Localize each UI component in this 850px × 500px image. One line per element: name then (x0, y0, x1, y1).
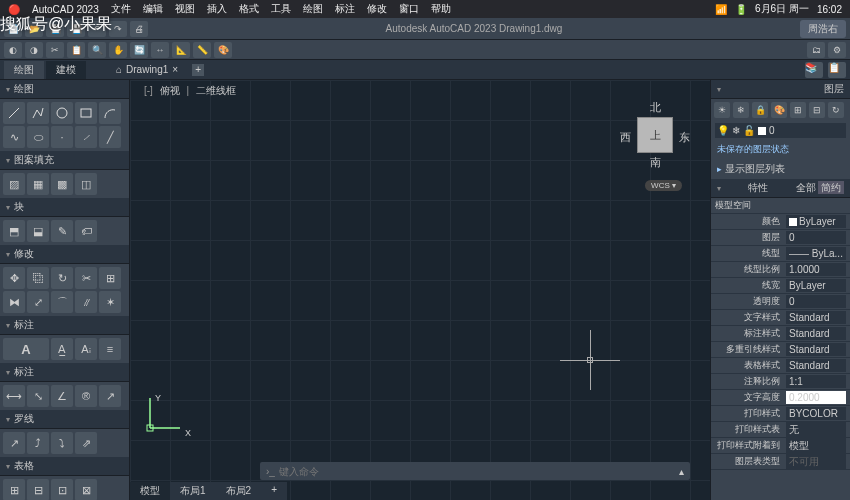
menubar-time[interactable]: 16:02 (817, 4, 842, 15)
table-edit-tool[interactable]: ⊡ (51, 479, 73, 500)
prop-value[interactable]: Standard (786, 311, 846, 324)
layer-panel-icon[interactable]: 📚 (805, 62, 823, 78)
prop-row[interactable]: 颜色ByLayer (711, 214, 850, 230)
circle-tool[interactable] (51, 102, 73, 124)
table-style-tool[interactable]: ⊟ (27, 479, 49, 500)
section-table[interactable]: 表格 (0, 457, 129, 476)
insert-block-tool[interactable]: ⬒ (3, 220, 25, 242)
menu-modify[interactable]: 修改 (367, 2, 387, 16)
dim-radius-tool[interactable]: ® (75, 385, 97, 407)
explode-tool[interactable]: ✶ (99, 291, 121, 313)
props-header[interactable]: 特性 全部 简约 (711, 179, 850, 198)
viewcube-north[interactable]: 北 (650, 100, 661, 115)
menu-view[interactable]: 视图 (175, 2, 195, 16)
prop-value[interactable]: —— ByLa... (786, 247, 846, 260)
menu-help[interactable]: 帮助 (431, 2, 451, 16)
section-hatch[interactable]: 图案填充 (0, 151, 129, 170)
rotate-tool[interactable]: ↻ (51, 267, 73, 289)
viewcube-west[interactable]: 西 (620, 130, 631, 145)
props-panel-icon[interactable]: 📋 (828, 62, 846, 78)
tool-icon[interactable]: ◐ (4, 42, 22, 58)
layout1-tab[interactable]: 布局1 (170, 482, 216, 500)
array-tool[interactable]: ⊞ (99, 267, 121, 289)
prop-value[interactable]: 模型 (786, 438, 846, 454)
layout2-tab[interactable]: 布局2 (216, 482, 262, 500)
battery-icon[interactable]: 🔋 (735, 4, 747, 15)
viewcube-south[interactable]: 南 (650, 155, 661, 170)
layer-selector[interactable]: 💡❄🔓 0 (715, 123, 846, 138)
text-align-tool[interactable]: ≡ (99, 338, 121, 360)
leader-tool3[interactable]: ⇗ (75, 432, 97, 454)
layer-icon[interactable]: ❄ (733, 102, 749, 118)
table-ext-tool[interactable]: ⊠ (75, 479, 97, 500)
tool-icon[interactable]: ✂ (46, 42, 64, 58)
cmd-dropdown-icon[interactable]: ▴ (679, 466, 684, 477)
line-tool[interactable] (3, 102, 25, 124)
prop-value[interactable]: Standard (786, 359, 846, 372)
app-name[interactable]: AutoCAD 2023 (32, 4, 99, 15)
ellipse-tool[interactable]: ⬭ (27, 126, 49, 148)
ucs-icon[interactable]: Y X (150, 428, 190, 470)
boundary-tool[interactable]: ▩ (51, 173, 73, 195)
text-tool[interactable]: A̲ (51, 338, 73, 360)
create-block-tool[interactable]: ⬓ (27, 220, 49, 242)
add-layout-tab[interactable]: + (261, 482, 287, 500)
tool-icon[interactable]: ◑ (25, 42, 43, 58)
apple-icon[interactable]: 🔴 (8, 4, 20, 15)
tool-icon[interactable]: 🔍 (88, 42, 106, 58)
prop-value[interactable]: ByLayer (786, 279, 846, 292)
menubar-date[interactable]: 6月6日 周一 (755, 2, 809, 16)
section-leader[interactable]: 罗线 (0, 410, 129, 429)
wcs-badge[interactable]: WCS ▾ (645, 180, 682, 191)
tab-model[interactable]: 建模 (46, 61, 86, 79)
polyline-tool[interactable] (27, 102, 49, 124)
mirror-tool[interactable]: ⧓ (3, 291, 25, 313)
scale-tool[interactable]: ⤢ (27, 291, 49, 313)
mleader-tool[interactable]: ↗ (3, 432, 25, 454)
section-modify[interactable]: 修改 (0, 245, 129, 264)
fillet-tool[interactable]: ⌒ (51, 291, 73, 313)
menu-file[interactable]: 文件 (111, 2, 131, 16)
region-tool[interactable]: ◫ (75, 173, 97, 195)
panel-toggle-icon[interactable]: 🗂 (807, 42, 825, 58)
prop-value[interactable]: 无 (786, 422, 846, 438)
menu-insert[interactable]: 插入 (207, 2, 227, 16)
layer-icon[interactable]: 🎨 (771, 102, 787, 118)
prop-value[interactable]: Standard (786, 343, 846, 356)
prop-row[interactable]: 打印样式附着到模型 (711, 438, 850, 454)
viewcube-top[interactable]: 上 (637, 117, 673, 153)
prop-row[interactable]: 注释比例1:1 (711, 374, 850, 390)
tool-icon[interactable]: ↔ (151, 42, 169, 58)
viewcube[interactable]: 北 南 东 西 上 (620, 100, 690, 170)
layer-icon[interactable]: 🔒 (752, 102, 768, 118)
dim-angular-tool[interactable]: ∠ (51, 385, 73, 407)
prop-row[interactable]: 表格样式Standard (711, 358, 850, 374)
dim-linear-tool[interactable]: ⟷ (3, 385, 25, 407)
rect-tool[interactable] (75, 102, 97, 124)
drawing-canvas[interactable]: [-] 俯视 | 二维线框 北 南 东 西 上 WCS ▾ Y X ›_ ▴ 模… (130, 80, 710, 500)
tab-draw[interactable]: 绘图 (4, 61, 44, 79)
panel-toggle-icon[interactable]: ⚙ (828, 42, 846, 58)
model-tab[interactable]: 模型 (130, 482, 170, 500)
menu-edit[interactable]: 编辑 (143, 2, 163, 16)
prop-row[interactable]: 打印样式BYCOLOR (711, 406, 850, 422)
wifi-icon[interactable]: 📶 (715, 4, 727, 15)
gradient-tool[interactable]: ▦ (27, 173, 49, 195)
layer-icon[interactable]: ↻ (828, 102, 844, 118)
layer-icon[interactable]: ⊞ (790, 102, 806, 118)
command-input[interactable] (279, 466, 679, 477)
new-tab-button[interactable]: + (186, 63, 210, 77)
prop-value[interactable]: 0 (786, 295, 846, 308)
layers-header[interactable]: 图层 (711, 80, 850, 99)
print-icon[interactable]: 🖨 (130, 21, 148, 37)
layer-icon[interactable]: ☀ (714, 102, 730, 118)
section-draw[interactable]: 绘图 (0, 80, 129, 99)
prop-row[interactable]: 多重引线样式Standard (711, 342, 850, 358)
xline-tool[interactable]: ╱ (99, 126, 121, 148)
tool-icon[interactable]: 🎨 (214, 42, 232, 58)
user-badge[interactable]: 周浩右 (800, 20, 846, 38)
prop-row[interactable]: 图层0 (711, 230, 850, 246)
prop-value[interactable]: 1.0000 (786, 263, 846, 276)
copy-tool[interactable]: ⿻ (27, 267, 49, 289)
prop-value[interactable]: ByLayer (786, 215, 846, 228)
